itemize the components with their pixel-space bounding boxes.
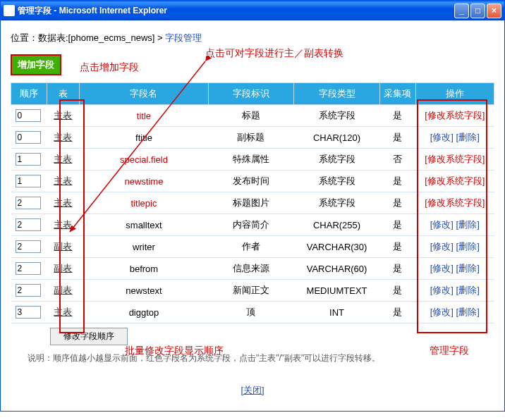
collect-flag: 是 xyxy=(379,302,415,323)
window-title: 管理字段 - Microsoft Internet Explorer xyxy=(18,5,454,17)
row-action-link[interactable]: [修改] [删除] xyxy=(430,132,480,142)
close-link[interactable]: [关闭] xyxy=(241,385,264,395)
table-row: 副表befrom信息来源VARCHAR(60)是[修改] [删除] xyxy=(11,258,494,280)
field-type: 系统字段 xyxy=(294,171,380,192)
annotation-convert: 点击可对字段进行主／副表转换 xyxy=(205,47,343,60)
breadcrumb: 位置：数据表:[phome_ecms_news] > 字段管理 xyxy=(11,32,494,44)
order-input[interactable] xyxy=(16,218,41,231)
row-action-link[interactable]: [修改] [删除] xyxy=(430,219,480,230)
field-type: INT xyxy=(294,302,380,323)
field-name: smalltext xyxy=(126,220,162,230)
row-action-link[interactable]: [修改系统字段] xyxy=(425,110,485,121)
fields-table: 顺序 表 字段名 字段标识 字段类型 采集项 操作 主表title标题系统字段是… xyxy=(11,82,494,323)
table-type-link[interactable]: 主表 xyxy=(54,110,72,121)
close-button[interactable]: × xyxy=(487,4,501,18)
field-ident: 副标题 xyxy=(208,127,294,149)
field-ident: 标题 xyxy=(208,105,294,127)
field-type: VARCHAR(30) xyxy=(294,236,380,258)
table-row: 主表newstime发布时间系统字段是[修改系统字段] xyxy=(11,171,494,192)
field-ident: 内容简介 xyxy=(208,214,294,236)
field-type: CHAR(255) xyxy=(294,214,380,236)
collect-flag: 是 xyxy=(379,171,415,192)
table-type-link[interactable]: 主表 xyxy=(54,175,72,186)
collect-flag: 是 xyxy=(379,214,415,236)
field-type: 系统字段 xyxy=(294,149,380,171)
field-name: titlepic xyxy=(131,198,157,209)
field-name: title xyxy=(137,111,151,121)
table-type-link[interactable]: 主表 xyxy=(54,132,72,142)
table-row: 主表diggtop顶INT是[修改] [删除] xyxy=(11,302,494,323)
field-type: VARCHAR(60) xyxy=(294,258,380,280)
order-input[interactable] xyxy=(16,109,41,122)
order-input[interactable] xyxy=(16,131,41,144)
table-row: 副表newstext新闻正文MEDIUMTEXT是[修改] [删除] xyxy=(11,280,494,302)
row-action-link[interactable]: [修改] [删除] xyxy=(430,307,480,317)
order-input[interactable] xyxy=(16,262,41,275)
footer-note: 说明：顺序值越小越显示前面，红色字段名为系统字段，点击"主表"/"副表"可以进行… xyxy=(11,352,494,364)
breadcrumb-prefix: 位置：数据表:[phome_ecms_news] > xyxy=(11,32,165,43)
field-ident: 信息来源 xyxy=(208,258,294,280)
table-type-link[interactable]: 副表 xyxy=(54,263,72,273)
collect-flag: 是 xyxy=(379,192,415,214)
row-action-link[interactable]: [修改系统字段] xyxy=(425,197,485,208)
th-ftype: 字段类型 xyxy=(294,83,380,105)
field-type: MEDIUMTEXT xyxy=(294,280,380,302)
field-type: 系统字段 xyxy=(294,192,380,214)
th-order: 顺序 xyxy=(11,83,47,105)
order-input[interactable] xyxy=(16,153,41,166)
table-type-link[interactable]: 主表 xyxy=(54,154,72,164)
field-ident: 作者 xyxy=(208,236,294,258)
table-type-link[interactable]: 主表 xyxy=(54,197,72,208)
add-field-button[interactable]: 增加字段 xyxy=(11,54,61,75)
table-type-link[interactable]: 主表 xyxy=(54,307,72,317)
order-input[interactable] xyxy=(16,284,41,297)
minimize-button[interactable]: _ xyxy=(454,4,469,18)
collect-flag: 是 xyxy=(379,105,415,127)
table-row: 主表ftitle副标题CHAR(120)是[修改] [删除] xyxy=(11,127,494,149)
field-name: diggtop xyxy=(129,307,159,318)
field-name: special.field xyxy=(120,154,168,165)
annotation-addfield: 点击增加字段 xyxy=(80,61,139,74)
collect-flag: 是 xyxy=(379,280,415,302)
order-input[interactable] xyxy=(16,240,41,253)
field-name: befrom xyxy=(130,264,158,274)
row-action-link[interactable]: [修改系统字段] xyxy=(425,154,485,164)
order-input[interactable] xyxy=(16,306,41,319)
field-ident: 新闻正文 xyxy=(208,280,294,302)
collect-flag: 是 xyxy=(379,127,415,149)
field-type: 系统字段 xyxy=(294,105,380,127)
field-ident: 发布时间 xyxy=(208,171,294,192)
field-name: newstext xyxy=(126,285,162,296)
table-type-link[interactable]: 主表 xyxy=(54,219,72,230)
th-ops: 操作 xyxy=(415,83,494,105)
table-row: 主表titlepic标题图片系统字段是[修改系统字段] xyxy=(11,192,494,214)
maximize-button[interactable]: □ xyxy=(470,4,485,18)
th-table: 表 xyxy=(47,83,80,105)
batch-order-button[interactable]: 修改字段顺序 xyxy=(50,328,128,345)
row-action-link[interactable]: [修改] [删除] xyxy=(430,241,480,252)
th-collect: 采集项 xyxy=(379,83,415,105)
row-action-link[interactable]: [修改] [删除] xyxy=(430,263,480,273)
app-icon xyxy=(4,5,15,16)
order-input[interactable] xyxy=(16,175,41,187)
row-action-link[interactable]: [修改系统字段] xyxy=(425,175,485,186)
table-row: 主表title标题系统字段是[修改系统字段] xyxy=(11,105,494,127)
table-row: 副表writer作者VARCHAR(30)是[修改] [删除] xyxy=(11,236,494,258)
field-name: writer xyxy=(133,242,155,252)
order-input[interactable] xyxy=(16,197,41,209)
field-name: ftitle xyxy=(135,132,152,143)
table-type-link[interactable]: 副表 xyxy=(54,241,72,252)
table-row: 主表smalltext内容简介CHAR(255)是[修改] [删除] xyxy=(11,214,494,236)
row-action-link[interactable]: [修改] [删除] xyxy=(430,285,480,295)
table-type-link[interactable]: 副表 xyxy=(54,285,72,295)
th-fident: 字段标识 xyxy=(208,83,294,105)
field-ident: 特殊属性 xyxy=(208,149,294,171)
field-ident: 顶 xyxy=(208,302,294,323)
window-titlebar: 管理字段 - Microsoft Internet Explorer _ □ × xyxy=(1,1,504,20)
field-type: CHAR(120) xyxy=(294,127,380,149)
collect-flag: 是 xyxy=(379,258,415,280)
field-name: newstime xyxy=(125,176,164,187)
breadcrumb-current[interactable]: 字段管理 xyxy=(165,32,202,43)
table-row: 主表special.field特殊属性系统字段否[修改系统字段] xyxy=(11,149,494,171)
th-fname: 字段名 xyxy=(80,83,208,105)
